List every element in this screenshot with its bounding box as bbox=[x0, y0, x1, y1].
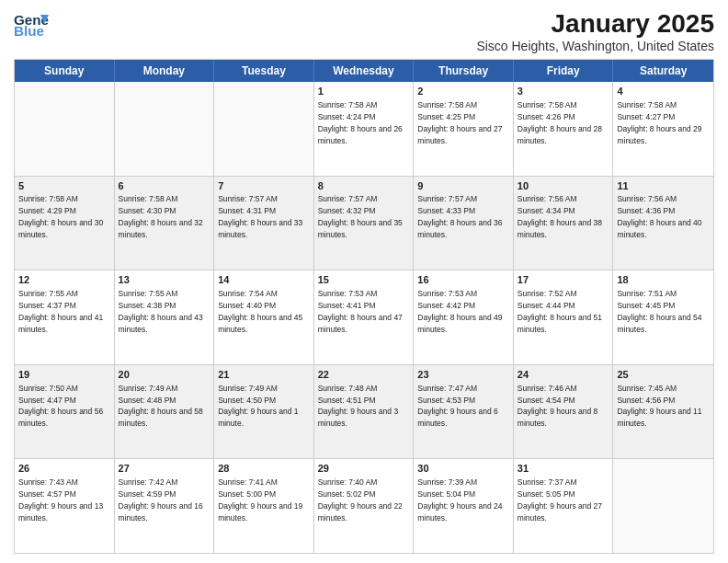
day-info: Sunrise: 7:53 AMSunset: 4:42 PMDaylight:… bbox=[417, 289, 502, 334]
day-cell-27: 27Sunrise: 7:42 AMSunset: 4:59 PMDayligh… bbox=[115, 459, 215, 553]
day-cell-18: 18Sunrise: 7:51 AMSunset: 4:45 PMDayligh… bbox=[613, 270, 713, 364]
day-cell-3: 3Sunrise: 7:58 AMSunset: 4:26 PMDaylight… bbox=[514, 82, 614, 176]
week-row-0: 1Sunrise: 7:58 AMSunset: 4:24 PMDaylight… bbox=[15, 82, 713, 176]
day-info: Sunrise: 7:49 AMSunset: 4:50 PMDaylight:… bbox=[218, 384, 298, 429]
day-info: Sunrise: 7:48 AMSunset: 4:51 PMDaylight:… bbox=[318, 384, 398, 429]
day-number: 18 bbox=[617, 273, 710, 287]
day-header-monday: Monday bbox=[115, 60, 215, 82]
day-number: 25 bbox=[617, 368, 710, 382]
day-info: Sunrise: 7:39 AMSunset: 5:04 PMDaylight:… bbox=[417, 477, 502, 523]
day-header-wednesday: Wednesday bbox=[314, 60, 415, 82]
day-info: Sunrise: 7:58 AMSunset: 4:27 PMDaylight:… bbox=[617, 100, 701, 145]
day-info: Sunrise: 7:55 AMSunset: 4:38 PMDaylight:… bbox=[119, 289, 203, 334]
day-info: Sunrise: 7:56 AMSunset: 4:34 PMDaylight:… bbox=[518, 194, 602, 239]
day-cell-26: 26Sunrise: 7:43 AMSunset: 4:57 PMDayligh… bbox=[15, 459, 115, 553]
day-number: 4 bbox=[617, 85, 710, 98]
day-number: 28 bbox=[218, 462, 310, 476]
day-info: Sunrise: 7:58 AMSunset: 4:24 PMDaylight:… bbox=[318, 100, 403, 145]
day-number: 7 bbox=[218, 179, 310, 193]
location-subtitle: Sisco Heights, Washington, United States bbox=[476, 39, 714, 53]
day-info: Sunrise: 7:47 AMSunset: 4:53 PMDaylight:… bbox=[417, 384, 497, 429]
day-cell-8: 8Sunrise: 7:57 AMSunset: 4:32 PMDaylight… bbox=[314, 177, 415, 270]
day-cell-9: 9Sunrise: 7:57 AMSunset: 4:33 PMDaylight… bbox=[414, 177, 514, 270]
day-info: Sunrise: 7:58 AMSunset: 4:30 PMDaylight:… bbox=[119, 194, 203, 239]
day-cell-empty-4-6 bbox=[613, 459, 713, 553]
day-number: 31 bbox=[518, 462, 609, 476]
svg-text:Blue: Blue bbox=[14, 23, 44, 39]
day-info: Sunrise: 7:43 AMSunset: 4:57 PMDaylight:… bbox=[18, 477, 103, 523]
day-number: 26 bbox=[18, 462, 110, 476]
day-cell-29: 29Sunrise: 7:40 AMSunset: 5:02 PMDayligh… bbox=[314, 459, 415, 553]
day-cell-5: 5Sunrise: 7:58 AMSunset: 4:29 PMDaylight… bbox=[15, 177, 115, 270]
calendar: SundayMondayTuesdayWednesdayThursdayFrid… bbox=[14, 59, 714, 554]
day-header-thursday: Thursday bbox=[414, 60, 514, 82]
day-header-saturday: Saturday bbox=[613, 60, 713, 82]
week-row-3: 19Sunrise: 7:50 AMSunset: 4:47 PMDayligh… bbox=[15, 364, 713, 459]
day-cell-empty-0-1 bbox=[115, 82, 215, 176]
day-cell-16: 16Sunrise: 7:53 AMSunset: 4:42 PMDayligh… bbox=[414, 270, 514, 364]
day-cell-28: 28Sunrise: 7:41 AMSunset: 5:00 PMDayligh… bbox=[214, 459, 314, 553]
day-number: 6 bbox=[119, 179, 210, 193]
day-cell-15: 15Sunrise: 7:53 AMSunset: 4:41 PMDayligh… bbox=[314, 270, 415, 364]
day-info: Sunrise: 7:49 AMSunset: 4:48 PMDaylight:… bbox=[119, 384, 203, 429]
day-cell-6: 6Sunrise: 7:58 AMSunset: 4:30 PMDaylight… bbox=[115, 177, 215, 270]
day-number: 10 bbox=[518, 179, 609, 193]
day-number: 2 bbox=[417, 85, 509, 98]
day-info: Sunrise: 7:40 AMSunset: 5:02 PMDaylight:… bbox=[318, 477, 403, 523]
day-number: 1 bbox=[318, 85, 410, 98]
day-info: Sunrise: 7:50 AMSunset: 4:47 PMDaylight:… bbox=[18, 384, 103, 429]
day-number: 27 bbox=[119, 462, 210, 476]
day-cell-30: 30Sunrise: 7:39 AMSunset: 5:04 PMDayligh… bbox=[414, 459, 514, 553]
header: General Blue January 2025 Sisco Heights,… bbox=[14, 9, 714, 53]
day-cell-4: 4Sunrise: 7:58 AMSunset: 4:27 PMDaylight… bbox=[613, 82, 713, 176]
day-info: Sunrise: 7:54 AMSunset: 4:40 PMDaylight:… bbox=[218, 289, 302, 334]
day-number: 21 bbox=[218, 368, 310, 382]
day-number: 13 bbox=[119, 273, 210, 287]
title-block: January 2025 Sisco Heights, Washington, … bbox=[476, 9, 714, 53]
day-cell-1: 1Sunrise: 7:58 AMSunset: 4:24 PMDaylight… bbox=[314, 82, 415, 176]
day-info: Sunrise: 7:57 AMSunset: 4:31 PMDaylight:… bbox=[218, 194, 302, 239]
day-info: Sunrise: 7:58 AMSunset: 4:25 PMDaylight:… bbox=[417, 100, 502, 145]
day-info: Sunrise: 7:46 AMSunset: 4:54 PMDaylight:… bbox=[518, 384, 597, 429]
month-title: January 2025 bbox=[476, 9, 714, 39]
day-info: Sunrise: 7:45 AMSunset: 4:56 PMDaylight:… bbox=[617, 384, 701, 429]
day-cell-25: 25Sunrise: 7:45 AMSunset: 4:56 PMDayligh… bbox=[613, 365, 713, 459]
week-row-1: 5Sunrise: 7:58 AMSunset: 4:29 PMDaylight… bbox=[15, 176, 713, 270]
day-header-sunday: Sunday bbox=[15, 60, 115, 82]
day-info: Sunrise: 7:41 AMSunset: 5:00 PMDaylight:… bbox=[218, 477, 302, 523]
day-info: Sunrise: 7:42 AMSunset: 4:59 PMDaylight:… bbox=[119, 477, 203, 523]
day-number: 24 bbox=[518, 368, 609, 382]
calendar-header: SundayMondayTuesdayWednesdayThursdayFrid… bbox=[15, 60, 713, 82]
day-cell-2: 2Sunrise: 7:58 AMSunset: 4:25 PMDaylight… bbox=[414, 82, 514, 176]
day-info: Sunrise: 7:52 AMSunset: 4:44 PMDaylight:… bbox=[518, 289, 602, 334]
day-cell-empty-0-0 bbox=[15, 82, 115, 176]
day-number: 23 bbox=[417, 368, 509, 382]
day-number: 22 bbox=[318, 368, 410, 382]
day-info: Sunrise: 7:58 AMSunset: 4:29 PMDaylight:… bbox=[18, 194, 103, 239]
day-number: 9 bbox=[417, 179, 509, 193]
day-number: 19 bbox=[18, 368, 110, 382]
calendar-body: 1Sunrise: 7:58 AMSunset: 4:24 PMDaylight… bbox=[15, 82, 713, 553]
day-cell-7: 7Sunrise: 7:57 AMSunset: 4:31 PMDaylight… bbox=[214, 177, 314, 270]
day-number: 12 bbox=[18, 273, 110, 287]
day-cell-12: 12Sunrise: 7:55 AMSunset: 4:37 PMDayligh… bbox=[15, 270, 115, 364]
day-cell-20: 20Sunrise: 7:49 AMSunset: 4:48 PMDayligh… bbox=[115, 365, 215, 459]
day-info: Sunrise: 7:55 AMSunset: 4:37 PMDaylight:… bbox=[18, 289, 103, 334]
day-info: Sunrise: 7:57 AMSunset: 4:32 PMDaylight:… bbox=[318, 194, 403, 239]
day-cell-31: 31Sunrise: 7:37 AMSunset: 5:05 PMDayligh… bbox=[514, 459, 614, 553]
day-number: 3 bbox=[518, 85, 609, 98]
day-header-friday: Friday bbox=[514, 60, 614, 82]
day-number: 30 bbox=[417, 462, 509, 476]
day-number: 11 bbox=[617, 179, 710, 193]
day-cell-10: 10Sunrise: 7:56 AMSunset: 4:34 PMDayligh… bbox=[514, 177, 614, 270]
day-number: 29 bbox=[318, 462, 410, 476]
day-number: 20 bbox=[119, 368, 210, 382]
day-cell-11: 11Sunrise: 7:56 AMSunset: 4:36 PMDayligh… bbox=[613, 177, 713, 270]
week-row-2: 12Sunrise: 7:55 AMSunset: 4:37 PMDayligh… bbox=[15, 270, 713, 364]
day-number: 5 bbox=[18, 179, 110, 193]
day-header-tuesday: Tuesday bbox=[214, 60, 314, 82]
day-info: Sunrise: 7:51 AMSunset: 4:45 PMDaylight:… bbox=[617, 289, 701, 334]
logo: General Blue bbox=[14, 9, 49, 44]
week-row-4: 26Sunrise: 7:43 AMSunset: 4:57 PMDayligh… bbox=[15, 458, 713, 553]
day-cell-17: 17Sunrise: 7:52 AMSunset: 4:44 PMDayligh… bbox=[514, 270, 614, 364]
